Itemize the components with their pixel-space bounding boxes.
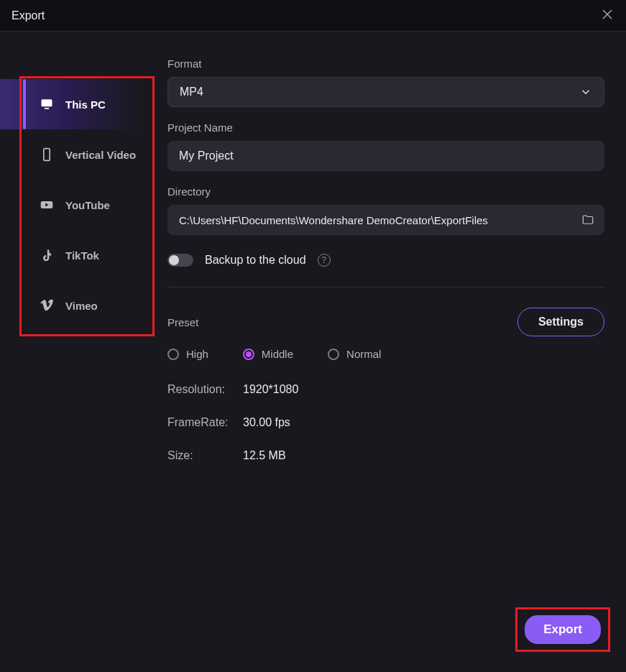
sidebar-item-vertical-video[interactable]: Vertical Video <box>0 129 155 180</box>
export-wrap: Export <box>515 607 610 652</box>
spec-size: Size: 12.5 MB <box>167 449 604 462</box>
help-icon[interactable]: ? <box>318 254 331 267</box>
sidebar-item-tiktok[interactable]: TikTok <box>0 230 155 280</box>
format-select[interactable]: MP4 <box>167 77 604 107</box>
radio-icon <box>167 349 179 360</box>
toggle-knob <box>169 255 179 265</box>
radio-label: High <box>186 348 208 360</box>
preset-label: Preset <box>167 316 198 328</box>
sidebar-item-label: Vertical Video <box>65 149 136 161</box>
preset-radio-normal[interactable]: Normal <box>328 348 381 360</box>
dialog-body: This PC Vertical Video YouTube TikTok Vi <box>0 32 626 672</box>
titlebar: Export <box>0 0 626 32</box>
spec-resolution: Resolution: 1920*1080 <box>167 383 604 396</box>
settings-button[interactable]: Settings <box>517 308 604 336</box>
radio-icon <box>328 349 339 360</box>
project-name-input[interactable] <box>167 141 604 171</box>
svg-rect-2 <box>44 149 50 161</box>
directory-label: Directory <box>167 185 604 198</box>
backup-toggle[interactable] <box>167 254 193 267</box>
close-icon <box>602 9 613 23</box>
spec-label: Size: <box>167 449 243 462</box>
sidebar-item-label: TikTok <box>65 249 99 262</box>
sidebar-item-label: YouTube <box>65 199 110 211</box>
project-name-label: Project Name <box>167 121 604 134</box>
directory-row <box>167 205 604 235</box>
spec-label: Resolution: <box>167 383 243 396</box>
monitor-icon <box>40 97 54 111</box>
backup-label: Backup to the cloud <box>205 254 306 267</box>
sidebar-item-label: This PC <box>65 98 106 111</box>
tiktok-icon <box>40 248 54 262</box>
sidebar: This PC Vertical Video YouTube TikTok Vi <box>0 32 155 672</box>
spec-value: 12.5 MB <box>243 449 286 462</box>
vimeo-icon <box>40 298 54 313</box>
format-value: MP4 <box>180 86 203 98</box>
sidebar-item-label: Vimeo <box>65 300 98 312</box>
directory-input[interactable] <box>179 214 574 226</box>
chevron-down-icon <box>579 86 592 98</box>
radio-icon <box>243 349 254 360</box>
preset-radio-middle[interactable]: Middle <box>243 348 293 360</box>
sidebar-item-this-pc[interactable]: This PC <box>0 79 155 129</box>
main-panel: Format MP4 Project Name Directory Backup… <box>155 32 626 672</box>
sidebar-item-vimeo[interactable]: Vimeo <box>0 280 155 331</box>
preset-radio-group: High Middle Normal <box>167 348 604 360</box>
divider <box>167 287 604 287</box>
backup-row: Backup to the cloud ? <box>167 254 604 267</box>
youtube-icon <box>40 198 54 212</box>
annotation-box-export: Export <box>515 607 610 652</box>
spec-value: 30.00 fps <box>243 416 290 429</box>
export-button[interactable]: Export <box>525 615 601 644</box>
window-title: Export <box>11 9 45 22</box>
folder-icon[interactable] <box>581 213 594 226</box>
spec-label: FrameRate: <box>167 416 243 429</box>
spec-value: 1920*1080 <box>243 383 298 396</box>
preset-radio-high[interactable]: High <box>167 348 208 360</box>
phone-icon <box>40 147 54 162</box>
close-button[interactable] <box>600 9 615 23</box>
svg-rect-1 <box>45 108 50 109</box>
svg-rect-0 <box>42 99 52 106</box>
sidebar-item-youtube[interactable]: YouTube <box>0 180 155 230</box>
radio-label: Middle <box>262 348 293 360</box>
format-label: Format <box>167 57 604 70</box>
spec-framerate: FrameRate: 30.00 fps <box>167 416 604 429</box>
radio-label: Normal <box>346 348 381 360</box>
preset-header: Preset Settings <box>167 308 604 336</box>
